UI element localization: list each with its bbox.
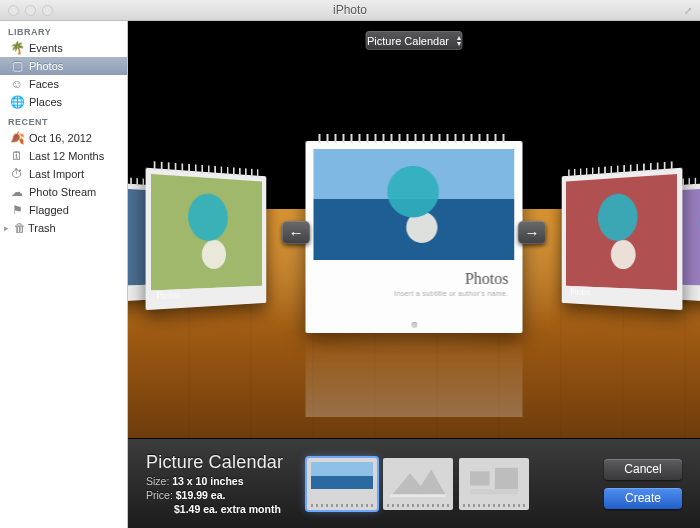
- svg-marker-1: [416, 469, 446, 494]
- sidebar-item-label: Events: [29, 42, 63, 54]
- svg-rect-3: [470, 471, 489, 485]
- calendar-subtitle: Insert a subtitle or author's name.: [394, 290, 508, 297]
- sidebar-item-last-import[interactable]: ⏱ Last Import: [0, 165, 127, 183]
- cancel-button[interactable]: Cancel: [604, 459, 682, 480]
- sidebar-item-label: Last 12 Months: [29, 150, 104, 162]
- product-info: Picture Calendar Size: 13 x 10 inches Pr…: [146, 452, 283, 515]
- trash-icon: 🗑: [13, 221, 27, 235]
- sidebar-item-label: Photos: [29, 60, 63, 72]
- theme-card-selected[interactable]: Photos Insert a subtitle or author's nam…: [306, 141, 523, 333]
- sidebar-header-library: LIBRARY: [0, 21, 127, 39]
- content-area: Picture Calendar ▴▾ Photos Photos Photos…: [128, 21, 700, 528]
- sidebar-item-label: Places: [29, 96, 62, 108]
- sidebar-item-label: Photo Stream: [29, 186, 96, 198]
- sidebar-header-recent: RECENT: [0, 111, 127, 129]
- svg-rect-2: [391, 494, 446, 497]
- price-value: $19.99 ea.: [176, 489, 226, 501]
- selector-label: Picture Calendar: [367, 35, 449, 47]
- card-label: Photos: [570, 286, 590, 297]
- cloud-icon: ☁︎: [10, 185, 24, 199]
- layout-thumb[interactable]: [383, 458, 453, 510]
- price-label: Price:: [146, 489, 173, 501]
- sidebar-item-date[interactable]: 🍂 Oct 16, 2012: [0, 129, 127, 147]
- svg-rect-5: [470, 489, 518, 494]
- reflection: [306, 337, 523, 417]
- svg-rect-4: [495, 467, 518, 488]
- product-type-selector[interactable]: Picture Calendar ▴▾: [366, 31, 463, 50]
- layout-thumbnails: [307, 458, 588, 510]
- extra-price: $1.49 ea. extra month: [174, 503, 283, 515]
- cover-photo: [314, 149, 515, 260]
- flag-icon: ⚑: [10, 203, 24, 217]
- sidebar-item-flagged[interactable]: ⚑ Flagged: [0, 201, 127, 219]
- theme-coverflow: Picture Calendar ▴▾ Photos Photos Photos…: [128, 21, 700, 438]
- sidebar-item-label: Flagged: [29, 204, 69, 216]
- arrow-right-icon: →: [525, 224, 540, 241]
- globe-icon: 🌐: [10, 95, 24, 109]
- button-label: Cancel: [624, 462, 661, 476]
- theme-card[interactable]: Photos: [146, 168, 267, 310]
- create-button[interactable]: Create: [604, 488, 682, 509]
- size-label: Size:: [146, 475, 169, 487]
- size-value: 13 x 10 inches: [172, 475, 243, 487]
- sidebar-item-events[interactable]: 🌴 Events: [0, 39, 127, 57]
- arrow-left-icon: ←: [289, 224, 304, 241]
- app-title: iPhoto: [0, 3, 700, 17]
- clock-icon: ⏱: [10, 167, 24, 181]
- sidebar-item-faces[interactable]: ☺ Faces: [0, 75, 127, 93]
- bottom-bar: Picture Calendar Size: 13 x 10 inches Pr…: [128, 438, 700, 528]
- calendar-title: Photos: [465, 270, 509, 288]
- button-label: Create: [625, 491, 661, 505]
- face-icon: ☺: [10, 77, 24, 91]
- sidebar-item-photos[interactable]: ▢ Photos: [0, 57, 127, 75]
- theme-card[interactable]: Photos: [561, 168, 682, 310]
- palm-icon: 🌴: [10, 41, 24, 55]
- disclosure-triangle-icon[interactable]: ▸: [4, 223, 12, 233]
- card-label: Photos: [157, 289, 181, 301]
- source-list: LIBRARY 🌴 Events ▢ Photos ☺ Faces 🌐 Plac…: [0, 21, 128, 528]
- page-dot-icon: [411, 322, 417, 328]
- next-theme-button[interactable]: →: [518, 221, 546, 244]
- updown-chevron-icon: ▴▾: [457, 35, 461, 47]
- calendar-icon: 🗓: [10, 149, 24, 163]
- sidebar-item-label: Last Import: [29, 168, 84, 180]
- sidebar-item-label: Oct 16, 2012: [29, 132, 92, 144]
- sidebar-item-label: Trash: [28, 222, 56, 234]
- sidebar-item-places[interactable]: 🌐 Places: [0, 93, 127, 111]
- window-titlebar: iPhoto ⤢: [0, 0, 700, 21]
- product-name: Picture Calendar: [146, 452, 283, 473]
- layout-thumb[interactable]: [307, 458, 377, 510]
- leaf-icon: 🍂: [10, 131, 24, 145]
- prev-theme-button[interactable]: ←: [282, 221, 310, 244]
- photos-icon: ▢: [10, 59, 24, 73]
- sidebar-item-trash[interactable]: ▸ 🗑 Trash: [0, 219, 127, 237]
- sidebar-item-last-12-months[interactable]: 🗓 Last 12 Months: [0, 147, 127, 165]
- sidebar-item-label: Faces: [29, 78, 59, 90]
- sidebar-item-photo-stream[interactable]: ☁︎ Photo Stream: [0, 183, 127, 201]
- layout-thumb[interactable]: [459, 458, 529, 510]
